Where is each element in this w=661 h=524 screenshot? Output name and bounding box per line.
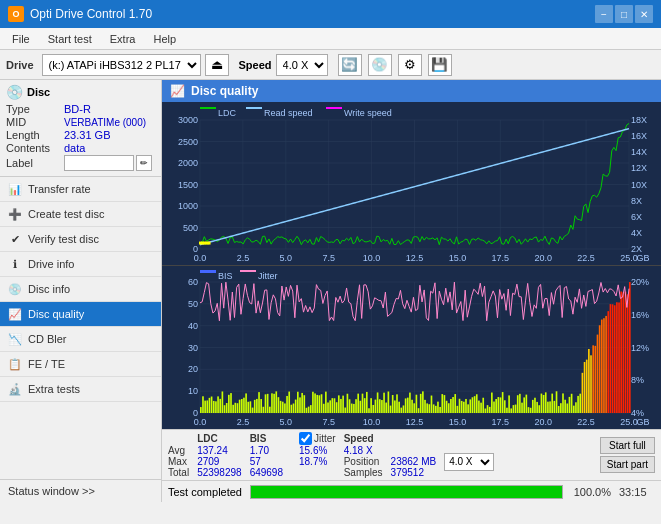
minimize-button[interactable]: − [595, 5, 613, 23]
nav-extra-tests-label: Extra tests [28, 383, 80, 395]
nav-cd-bler-label: CD Bler [28, 333, 67, 345]
maximize-button[interactable]: □ [615, 5, 633, 23]
menubar: File Start test Extra Help [0, 28, 661, 50]
type-label: Type [6, 103, 64, 115]
type-value: BD-R [64, 103, 91, 115]
menu-extra[interactable]: Extra [102, 31, 144, 47]
disc-panel-title: Disc [27, 86, 50, 98]
label-input[interactable] [64, 155, 134, 171]
progress-time: 33:15 [619, 486, 655, 498]
refresh-button[interactable]: 🔄 [338, 54, 362, 76]
chart1-area [162, 102, 661, 266]
menu-help[interactable]: Help [145, 31, 184, 47]
start-buttons: Start full Start part [600, 437, 655, 473]
stats-table: LDC BIS Jitter Speed [168, 432, 596, 478]
length-label: Length [6, 129, 64, 141]
app-icon: O [8, 6, 24, 22]
progress-status: Test completed [168, 486, 242, 498]
jitter-checkbox-label[interactable]: Jitter [299, 432, 336, 445]
progress-percent: 100.0% [571, 486, 611, 498]
nav-disc-info[interactable]: 💿 Disc info [0, 277, 161, 302]
speed-label: Speed [239, 59, 272, 71]
chart2-canvas [162, 266, 661, 429]
nav-extra-tests[interactable]: 🔬 Extra tests [0, 377, 161, 402]
total-label: Total [168, 467, 197, 478]
chart2-area [162, 266, 661, 429]
start-full-button[interactable]: Start full [600, 437, 655, 454]
nav-transfer-rate[interactable]: 📊 Transfer rate [0, 177, 161, 202]
eject-button[interactable]: ⏏ [205, 54, 229, 76]
nav-drive-info[interactable]: ℹ Drive info [0, 252, 161, 277]
mid-row: MID VERBATIMe (000) [6, 116, 155, 128]
nav-fe-te-label: FE / TE [28, 358, 65, 370]
label-row: Label ✏ [6, 155, 155, 171]
nav-cd-bler[interactable]: 📉 CD Bler [0, 327, 161, 352]
menu-file[interactable]: File [4, 31, 38, 47]
nav-fe-te[interactable]: 📋 FE / TE [0, 352, 161, 377]
max-ldc: 2709 [197, 456, 250, 467]
main-area: 💿 Disc Type BD-R MID VERBATIMe (000) Len… [0, 80, 661, 502]
dq-title: Disc quality [191, 84, 258, 98]
nav-create-test-disc-label: Create test disc [28, 208, 104, 220]
speed-val: 4.18 X [344, 445, 391, 456]
verify-test-disc-icon: ✔ [8, 232, 22, 246]
avg-bis: 1.70 [250, 445, 291, 456]
avg-ldc: 137.24 [197, 445, 250, 456]
jitter-checkbox[interactable] [299, 432, 312, 445]
fe-te-icon: 📋 [8, 357, 22, 371]
progress-track [250, 485, 563, 499]
length-value: 23.31 GB [64, 129, 110, 141]
menu-start-test[interactable]: Start test [40, 31, 100, 47]
disc-quality-header: 📈 Disc quality [162, 80, 661, 102]
transfer-rate-icon: 📊 [8, 182, 22, 196]
nav-verify-test-disc-label: Verify test disc [28, 233, 99, 245]
close-button[interactable]: ✕ [635, 5, 653, 23]
total-bis: 649698 [250, 467, 291, 478]
jitter-label: Jitter [314, 433, 336, 444]
length-row: Length 23.31 GB [6, 129, 155, 141]
disc-info-icon: 💿 [8, 282, 22, 296]
titlebar: O Opti Drive Control 1.70 − □ ✕ [0, 0, 661, 28]
contents-label: Contents [6, 142, 64, 154]
nav-verify-test-disc[interactable]: ✔ Verify test disc [0, 227, 161, 252]
nav-transfer-rate-label: Transfer rate [28, 183, 91, 195]
nav-disc-quality-label: Disc quality [28, 308, 84, 320]
max-label: Max [168, 456, 197, 467]
samples-label: Samples [344, 467, 391, 478]
disc-button[interactable]: 💿 [368, 54, 392, 76]
drive-label: Drive [6, 59, 34, 71]
extra-tests-icon: 🔬 [8, 382, 22, 396]
app-title: Opti Drive Control 1.70 [30, 7, 152, 21]
type-row: Type BD-R [6, 103, 155, 115]
window-controls: − □ ✕ [595, 5, 653, 23]
nav-create-test-disc[interactable]: ➕ Create test disc [0, 202, 161, 227]
save-button[interactable]: 💾 [428, 54, 452, 76]
stats-bar: LDC BIS Jitter Speed [162, 429, 661, 480]
settings-button[interactable]: ⚙ [398, 54, 422, 76]
total-ldc: 52398298 [197, 467, 250, 478]
disc-quality-icon: 📈 [8, 307, 22, 321]
max-jitter: 18.7% [299, 456, 344, 467]
sidebar: 💿 Disc Type BD-R MID VERBATIMe (000) Len… [0, 80, 162, 502]
drive-info-icon: ℹ [8, 257, 22, 271]
disc-panel-icon: 💿 [6, 84, 23, 100]
nav-disc-info-label: Disc info [28, 283, 70, 295]
drive-toolbar: Drive (k:) ATAPi iHBS312 2 PL17 ⏏ Speed … [0, 50, 661, 80]
nav-disc-quality[interactable]: 📈 Disc quality [0, 302, 161, 327]
nav-drive-info-label: Drive info [28, 258, 74, 270]
avg-label: Avg [168, 445, 197, 456]
label-edit-button[interactable]: ✏ [136, 155, 152, 171]
drive-select[interactable]: (k:) ATAPi iHBS312 2 PL17 [42, 54, 201, 76]
speed-select[interactable]: 4.0 X [276, 54, 328, 76]
mid-label: MID [6, 116, 64, 128]
position-label: Position [344, 456, 391, 467]
stats-speed-select[interactable]: 4.0 X [444, 453, 494, 471]
max-bis: 57 [250, 456, 291, 467]
label-label: Label [6, 157, 64, 169]
chart1-canvas [162, 102, 661, 265]
title-section: O Opti Drive Control 1.70 [8, 6, 152, 22]
start-part-button[interactable]: Start part [600, 456, 655, 473]
progress-fill [251, 486, 562, 498]
progress-bar-container: Test completed 100.0% 33:15 [162, 480, 661, 502]
status-window-button[interactable]: Status window >> [0, 479, 161, 502]
